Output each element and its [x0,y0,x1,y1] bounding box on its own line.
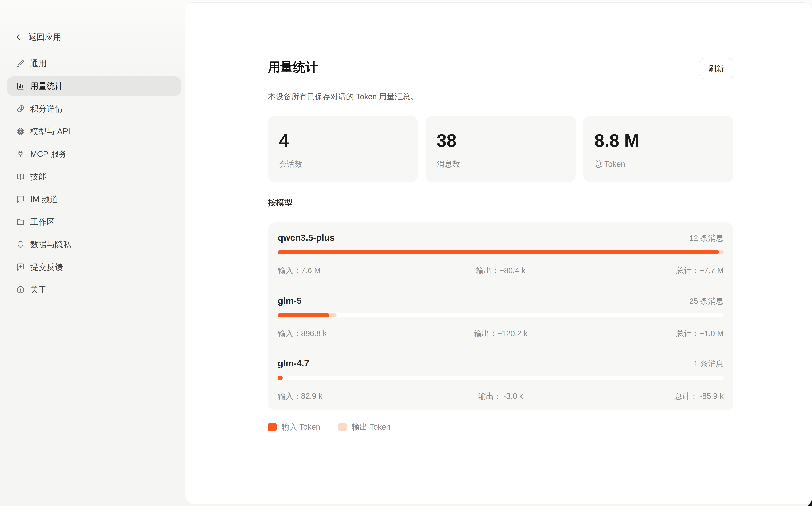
model-name: glm-5 [278,295,302,307]
model-message-count: 1 条消息 [694,358,724,369]
model-output-tokens: 输出：~80.4 k [476,265,525,275]
by-model-heading: 按模型 [268,197,733,208]
sidebar-item-credits[interactable]: 积分详情 [7,99,181,118]
main-panel: 用量统计 刷新 本设备所有已保存对话的 Token 用量汇总。 4 会话数 38… [186,2,812,504]
stat-value: 4 [279,131,407,150]
model-name: qwen3.5-plus [278,232,335,244]
sidebar-item-mcp[interactable]: MCP 服务 [7,144,181,164]
settings-sidebar: 返回应用 通用 用量统计 积分详情 模型与 API MCP 服务 技能 IM [0,0,186,506]
stat-label: 消息数 [437,159,565,169]
model-usage-card: qwen3.5-plus 12 条消息 输入：7.6 M 输出：~80.4 k … [268,223,733,410]
back-to-app-button[interactable]: 返回应用 [16,31,186,43]
output-token-swatch [338,423,347,431]
page-title: 用量统计 [268,59,318,75]
legend-output-token: 输出 Token [338,422,390,432]
token-usage-bar [278,376,724,380]
model-name: glm-4.7 [278,358,309,369]
folder-icon [16,218,25,226]
info-icon [16,285,25,294]
sidebar-item-label: 积分详情 [30,103,63,114]
sidebar-item-label: 用量统计 [30,81,63,92]
sidebar-item-workspace[interactable]: 工作区 [7,212,181,232]
sidebar-item-data-privacy[interactable]: 数据与隐私 [7,235,181,254]
input-token-swatch [268,423,277,431]
message-square-icon [16,195,25,203]
input-token-bar-segment [278,250,719,254]
sidebar-item-label: 关于 [30,284,47,295]
pencil-icon [16,59,25,68]
refresh-button[interactable]: 刷新 [699,58,733,79]
sidebar-item-label: 通用 [30,58,47,69]
summary-stats: 4 会话数 38 消息数 8.8 M 总 Token [268,116,733,182]
legend-input-token: 输入 Token [268,422,320,432]
model-row-qwen3.5-plus: qwen3.5-plus 12 条消息 输入：7.6 M 输出：~80.4 k … [268,223,733,285]
coins-icon [16,104,25,113]
sidebar-item-label: IM 频道 [30,194,58,205]
sidebar-item-label: 技能 [30,171,47,182]
sidebar-item-label: 数据与隐私 [30,239,71,250]
sidebar-item-skills[interactable]: 技能 [7,167,181,186]
sidebar-item-label: MCP 服务 [30,149,67,160]
plug-icon [16,150,25,158]
model-total-tokens: 总计：~1.0 M [527,328,724,338]
stat-value: 38 [437,131,565,150]
back-to-app-label: 返回应用 [28,31,61,43]
stat-value: 8.8 M [594,131,722,150]
input-token-bar-segment [278,376,283,380]
token-legend: 输入 Token 输出 Token [268,422,733,448]
model-input-tokens: 输入：7.6 M [278,265,476,275]
legend-output-label: 输出 Token [352,422,390,432]
cpu-icon [16,127,25,136]
input-token-bar-segment [278,313,329,318]
sidebar-item-usage-stats[interactable]: 用量统计 [7,76,181,96]
model-message-count: 25 条消息 [689,296,724,307]
model-input-tokens: 输入：896.8 k [278,328,474,338]
token-usage-bar [278,250,724,254]
sidebar-item-label: 工作区 [30,217,55,227]
model-total-tokens: 总计：~7.7 M [525,265,724,275]
model-row-glm-4.7: glm-4.7 1 条消息 输入：82.9 k 输出：~3.0 k 总计：~85… [268,348,733,410]
model-output-tokens: 输出：~120.2 k [474,328,527,338]
stat-label: 会话数 [279,159,407,169]
bar-chart-icon [16,82,25,90]
sidebar-item-feedback[interactable]: 提交反馈 [7,257,181,277]
page-subtitle: 本设备所有已保存对话的 Token 用量汇总。 [268,91,733,102]
sidebar-item-about[interactable]: 关于 [7,280,181,300]
arrow-left-icon [16,33,23,41]
stat-card-sessions: 4 会话数 [268,116,418,182]
sidebar-nav: 通用 用量统计 积分详情 模型与 API MCP 服务 技能 IM 频道 工作 [0,54,186,300]
legend-input-label: 输入 Token [282,422,320,432]
stat-card-total-tokens: 8.8 M 总 Token [584,116,733,182]
sidebar-item-label: 提交反馈 [30,262,63,273]
model-output-tokens: 输出：~3.0 k [478,391,523,401]
sidebar-item-models-api[interactable]: 模型与 API [7,122,181,141]
model-row-glm-5: glm-5 25 条消息 输入：896.8 k 输出：~120.2 k 总计：~… [268,285,733,348]
sidebar-item-im-channels[interactable]: IM 频道 [7,189,181,209]
model-total-tokens: 总计：~85.9 k [523,391,724,401]
sidebar-item-label: 模型与 API [30,126,70,137]
model-input-tokens: 输入：82.9 k [278,391,478,401]
model-message-count: 12 条消息 [689,233,724,244]
stat-card-messages: 38 消息数 [426,116,576,182]
sidebar-item-general[interactable]: 通用 [7,54,181,73]
stat-label: 总 Token [594,159,722,169]
shield-icon [16,240,25,249]
message-plus-icon [16,263,25,271]
book-open-icon [16,172,25,181]
token-usage-bar [278,313,724,318]
